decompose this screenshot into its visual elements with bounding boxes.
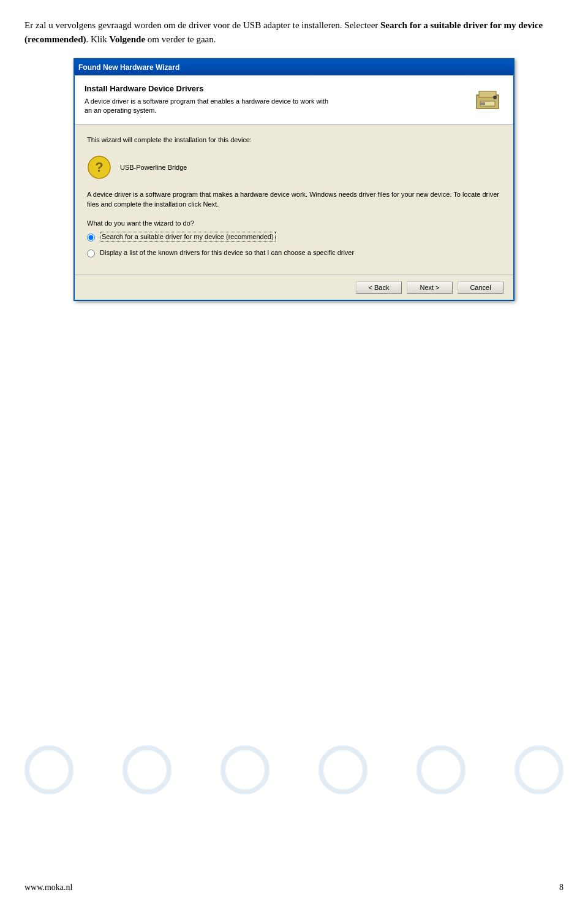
- watermark-circle-5: [417, 745, 466, 794]
- footer-page-number: 8: [559, 883, 564, 892]
- svg-text:?: ?: [95, 159, 103, 175]
- back-button[interactable]: < Back: [356, 281, 402, 294]
- printer-icon: [472, 84, 503, 116]
- watermark-area: [0, 745, 588, 794]
- radio-search-text: Search for a suitable driver for my devi…: [100, 232, 276, 242]
- radio-display-label: Display a list of the known drivers for …: [100, 249, 354, 256]
- question-mark-icon: ?: [87, 155, 111, 180]
- device-name-label: USB-Powerline Bridge: [120, 164, 187, 171]
- radio-display-input[interactable]: [87, 249, 95, 257]
- footer-website: www.moka.nl: [24, 883, 72, 892]
- wizard-question: What do you want the wizard to do?: [87, 219, 501, 227]
- dialog-header-text: Install Hardware Device Drivers A device…: [85, 84, 464, 116]
- page-footer: www.moka.nl 8: [0, 883, 588, 892]
- watermark-circle-6: [514, 745, 564, 794]
- dialog-header-title: Install Hardware Device Drivers: [85, 84, 464, 93]
- hardware-wizard-dialog: Found New Hardware Wizard Install Hardwa…: [74, 58, 514, 301]
- intro-text-part3: om verder te gaan.: [145, 34, 216, 44]
- intro-bold-text2: Volgende: [109, 34, 145, 44]
- intro-paragraph: Er zal u vervolgens gevraagd worden om d…: [24, 18, 564, 46]
- radio-display-text: Display a list of the known drivers for …: [100, 249, 354, 256]
- radio-option-search[interactable]: Search for a suitable driver for my devi…: [87, 233, 501, 242]
- watermark-circle-1: [24, 745, 74, 794]
- dialog-main-content: This wizard will complete the installati…: [75, 125, 513, 275]
- svg-point-3: [493, 96, 497, 99]
- dialog-header-section: Install Hardware Device Drivers A device…: [75, 75, 513, 125]
- watermark-circle-3: [221, 745, 270, 794]
- dialog-titlebar: Found New Hardware Wizard: [75, 59, 513, 75]
- next-button[interactable]: Next >: [407, 281, 453, 294]
- dialog-body: Install Hardware Device Drivers A device…: [75, 75, 513, 300]
- watermark-circle-4: [318, 745, 368, 794]
- cancel-button[interactable]: Cancel: [458, 281, 503, 294]
- radio-search-input[interactable]: [87, 234, 95, 242]
- radio-search-label: Search for a suitable driver for my devi…: [100, 233, 276, 240]
- svg-rect-4: [480, 102, 485, 105]
- device-section: ? USB-Powerline Bridge: [87, 155, 501, 180]
- dialog-header-desc: A device driver is a software program th…: [85, 97, 464, 116]
- dialog-footer: < Back Next > Cancel: [75, 275, 513, 300]
- watermark-circle-2: [123, 745, 172, 794]
- dialog-title: Found New Hardware Wizard: [78, 63, 510, 72]
- hardware-device-icon: [472, 84, 503, 116]
- driver-info-text: A device driver is a software program th…: [87, 189, 501, 210]
- intro-text-part1: Er zal u vervolgens gevraagd worden om d…: [24, 20, 380, 30]
- wizard-intro-text: This wizard will complete the installati…: [87, 135, 501, 145]
- intro-text-part2: . Klik: [86, 34, 110, 44]
- radio-option-display[interactable]: Display a list of the known drivers for …: [87, 249, 501, 257]
